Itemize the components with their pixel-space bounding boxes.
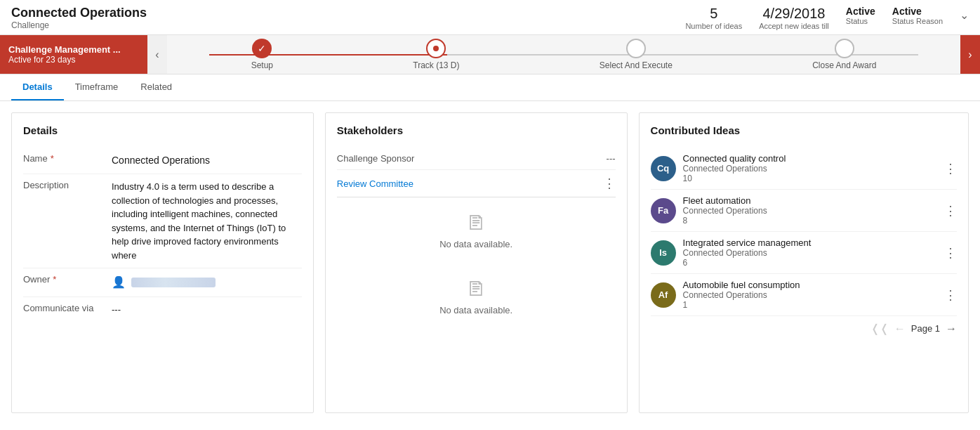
ideas-panel-title: Contributed Ideas — [651, 124, 957, 136]
step-select-circle — [626, 39, 646, 58]
idea-title: Connected quality control — [683, 153, 937, 164]
description-label: Description — [23, 180, 100, 190]
nav-next-button[interactable]: › — [960, 35, 980, 74]
idea-info: Integrated service management Connected … — [683, 237, 937, 268]
idea-menu-icon[interactable]: ⋮ — [944, 161, 957, 176]
date-label: Accept new ideas till — [759, 22, 829, 30]
idea-info: Fleet automation Connected Operations 8 — [683, 195, 937, 226]
idea-avatar: Is — [651, 240, 676, 266]
name-required-star: * — [51, 153, 54, 164]
challenge-info: Challenge Management ... Active for 23 d… — [0, 35, 147, 74]
tabs-bar: Details Timeframe Related — [0, 74, 980, 101]
page-first-icon[interactable]: ❬❬ — [870, 322, 889, 335]
page-prev-icon[interactable]: ← — [894, 322, 906, 335]
step-setup: ✓ Setup — [251, 39, 273, 70]
idea-row: Fa Fleet automation Connected Operations… — [651, 190, 957, 232]
ideas-count-stat: 5 Number of ideas — [685, 6, 742, 30]
sponsor-label: Challenge Sponsor — [337, 153, 415, 164]
main-content: Details Name * Connected Operations Desc… — [0, 101, 980, 424]
idea-count: 10 — [683, 174, 937, 183]
tab-details[interactable]: Details — [11, 74, 64, 100]
no-data-text-1: No data available. — [439, 239, 512, 249]
review-committee-row: Review Committee ⋮ — [337, 170, 616, 197]
app-header: Connected Operations Challenge 5 Number … — [0, 0, 980, 35]
review-committee-no-data: 🖹 No data available. — [337, 197, 616, 263]
step-setup-circle: ✓ — [252, 39, 272, 58]
review-committee-menu-icon[interactable]: ⋮ — [603, 176, 616, 191]
ideas-count-label: Number of ideas — [685, 22, 742, 30]
owner-value: 👤 — [112, 274, 302, 291]
step-select-label: Select And Execute — [600, 60, 673, 70]
step-select: Select And Execute — [600, 39, 673, 70]
idea-row: Cq Connected quality control Connected O… — [651, 148, 957, 190]
ideas-count-value: 5 — [685, 6, 742, 22]
description-value: Industry 4.0 is a term used to describe … — [112, 180, 302, 262]
status-item: Active Status — [846, 6, 875, 25]
step-setup-label: Setup — [251, 60, 273, 70]
steps-container: ✓ Setup Track (13 D) Select And Execute … — [167, 39, 960, 70]
header-left: Connected Operations Challenge — [11, 6, 147, 30]
owner-label: Owner * — [23, 274, 100, 285]
owner-field: 👤 — [112, 274, 302, 291]
page-label: Page 1 — [911, 323, 940, 334]
idea-subtitle: Connected Operations — [683, 248, 937, 258]
date-value: 4/29/2018 — [759, 6, 829, 22]
idea-avatar: Cq — [651, 156, 676, 181]
idea-count: 6 — [683, 258, 937, 268]
name-label: Name * — [23, 153, 100, 164]
idea-menu-icon[interactable]: ⋮ — [944, 245, 957, 261]
tab-related[interactable]: Related — [129, 74, 183, 100]
challenge-name: Challenge Management ... — [8, 44, 139, 55]
status-chevron-icon[interactable]: ⌄ — [960, 8, 969, 22]
date-stat: 4/29/2018 Accept new ideas till — [759, 6, 829, 30]
idea-subtitle: Connected Operations — [683, 290, 937, 300]
details-panel-title: Details — [23, 124, 302, 136]
stakeholders-panel-title: Stakeholders — [337, 124, 616, 136]
stakeholders-panel: Stakeholders Challenge Sponsor --- Revie… — [325, 112, 628, 413]
step-close-label: Close And Award — [812, 60, 876, 70]
step-track-circle — [426, 39, 446, 58]
idea-title: Integrated service management — [683, 237, 937, 248]
owner-field-row: Owner * 👤 — [23, 268, 302, 297]
idea-avatar: Fa — [651, 198, 676, 223]
idea-menu-icon[interactable]: ⋮ — [944, 203, 957, 219]
pagination: ❬❬ ← Page 1 → — [651, 316, 957, 335]
sponsor-value: --- — [607, 153, 616, 164]
idea-title: Fleet automation — [683, 195, 937, 206]
status-label: Status — [846, 17, 875, 25]
header-status: Active Status Active Status Reason ⌄ — [846, 6, 969, 25]
no-data-icon-2: 🖹 — [466, 278, 486, 301]
step-track-label: Track (13 D) — [413, 60, 459, 70]
header-right: 5 Number of ideas 4/29/2018 Accept new i… — [685, 6, 969, 30]
communicate-field-row: Communicate via --- — [23, 297, 302, 322]
idea-avatar: Af — [651, 282, 676, 308]
step-close: Close And Award — [812, 39, 876, 70]
page-next-icon[interactable]: → — [946, 322, 957, 335]
owner-name-blurred — [131, 278, 216, 287]
name-value: Connected Operations — [112, 153, 302, 168]
idea-subtitle: Connected Operations — [683, 164, 937, 174]
sponsor-no-data: 🖹 No data available. — [337, 263, 616, 330]
idea-title: Automobile fuel consumption — [683, 280, 937, 290]
status-reason-value: Active — [892, 6, 943, 17]
no-data-icon-1: 🖹 — [466, 211, 486, 235]
challenge-days: Active for 23 days — [8, 55, 139, 65]
idea-row: Is Integrated service management Connect… — [651, 232, 957, 274]
nav-prev-button[interactable]: ‹ — [147, 35, 167, 74]
sponsor-row: Challenge Sponsor --- — [337, 148, 616, 170]
process-bar: Challenge Management ... Active for 23 d… — [0, 35, 980, 74]
ideas-panel: Contributed Ideas Cq Connected quality c… — [639, 112, 969, 413]
status-reason-label: Status Reason — [892, 17, 943, 25]
idea-menu-icon[interactable]: ⋮ — [944, 287, 957, 303]
step-close-circle — [835, 39, 854, 58]
communicate-label: Communicate via — [23, 303, 100, 313]
name-field-row: Name * Connected Operations — [23, 148, 302, 174]
communicate-value: --- — [112, 303, 302, 317]
tab-timeframe[interactable]: Timeframe — [64, 74, 130, 100]
idea-info: Connected quality control Connected Oper… — [683, 153, 937, 183]
idea-info: Automobile fuel consumption Connected Op… — [683, 280, 937, 310]
app-title: Connected Operations — [11, 6, 147, 20]
idea-row: Af Automobile fuel consumption Connected… — [651, 274, 957, 316]
person-icon: 👤 — [112, 274, 126, 291]
status-reason-item: Active Status Reason — [892, 6, 943, 25]
